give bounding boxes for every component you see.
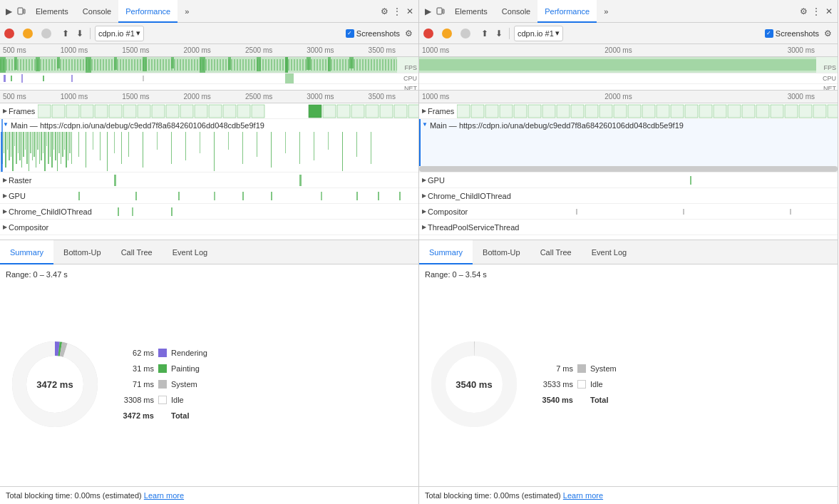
settings-icon-right[interactable]: ⚙ [798, 6, 809, 17]
download-icon-left[interactable]: ⬇ [74, 28, 86, 39]
tab-bottomup-left[interactable]: Bottom-Up [53, 240, 111, 264]
svg-rect-76 [44, 132, 46, 171]
cursor-icon-right[interactable]: ▶ [422, 6, 433, 17]
tab-eventlog-right[interactable]: Event Log [582, 240, 637, 264]
main-scrollbar-thumb-right[interactable] [419, 166, 838, 172]
ruler2-left-1: 1000 ms [61, 93, 88, 101]
svg-rect-134 [118, 207, 119, 216]
ruler-left-0: 500 ms [3, 46, 26, 54]
right-tab-list: Elements Console Performance » [448, 0, 615, 22]
right-bottom-tabs: Summary Bottom-Up Call Tree Event Log [419, 240, 838, 264]
tab-performance-left[interactable]: Performance [118, 0, 177, 23]
screenshot-settings-right[interactable]: ⚙ [822, 28, 833, 39]
svg-rect-84 [58, 132, 60, 153]
svg-rect-171 [799, 105, 812, 118]
net-label-right: NET [823, 85, 836, 91]
svg-rect-158 [614, 105, 627, 118]
legend-row-system: 71 ms System [118, 376, 410, 392]
tab-more-left[interactable]: » [177, 0, 196, 23]
menu-icon-right[interactable]: ⋮ [810, 6, 822, 17]
right-tracks-container[interactable]: 1000 ms 2000 ms 3000 ms ▶ Frames [419, 91, 838, 240]
ruler2-right-0: 1000 ms [422, 93, 449, 101]
upload-icon-right[interactable]: ⬆ [479, 28, 490, 39]
svg-rect-157 [599, 105, 612, 118]
tab-bottomup-right[interactable]: Bottom-Up [473, 240, 530, 264]
tab-summary-right[interactable]: Summary [419, 240, 473, 264]
settings-icon-left[interactable]: ⚙ [379, 6, 390, 17]
target-selector-right[interactable]: cdpn.io #1 ▾ [514, 26, 563, 41]
svg-rect-77 [46, 132, 47, 146]
stop-button-right[interactable] [460, 29, 470, 38]
screenshot-settings-left[interactable]: ⚙ [403, 28, 414, 39]
left-footer-link[interactable]: Learn more [144, 491, 184, 500]
svg-rect-153 [542, 105, 555, 118]
screenshot-label-right: Screenshots [776, 29, 819, 38]
svg-rect-154 [557, 105, 570, 118]
svg-rect-90 [69, 132, 71, 153]
svg-rect-56 [9, 132, 10, 160]
target-arrow-left: ▾ [136, 29, 140, 38]
reload-button-right[interactable] [442, 29, 452, 38]
close-icon-left[interactable]: ✕ [404, 6, 416, 17]
svg-rect-55 [7, 132, 8, 150]
upload-icon-left[interactable]: ⬆ [60, 28, 71, 39]
tab-eventlog-left[interactable]: Event Log [163, 240, 218, 264]
screenshot-checkbox-right[interactable]: ✓ [765, 29, 773, 38]
cursor-icon[interactable]: ▶ [3, 6, 14, 17]
tab-elements-right[interactable]: Elements [448, 0, 495, 23]
svg-rect-93 [86, 132, 86, 168]
svg-rect-128 [356, 192, 358, 200]
right-footer-link[interactable]: Learn more [563, 491, 603, 500]
svg-rect-9 [86, 57, 91, 73]
svg-rect-54 [5, 132, 6, 168]
device-icon-right[interactable] [435, 6, 446, 17]
close-icon-right[interactable]: ✕ [823, 6, 835, 17]
record-button-left[interactable] [4, 29, 14, 38]
tab-elements-left[interactable]: Elements [29, 0, 76, 23]
left-bottom-tabs: Summary Bottom-Up Call Tree Event Log [0, 240, 418, 264]
svg-rect-42 [237, 105, 250, 118]
svg-rect-99 [128, 132, 129, 157]
left-tracks-container[interactable]: 500 ms 1000 ms 1500 ms 2000 ms 2500 ms 3… [0, 91, 418, 240]
stop-button-left[interactable] [41, 29, 51, 38]
right-summary-panel: Range: 0 – 3.54 s 3540 ms 7 ms [419, 264, 838, 504]
tab-more-right[interactable]: » [597, 0, 615, 23]
screenshot-checkbox-left[interactable]: ✓ [346, 29, 354, 38]
ruler2-left-5: 3000 ms [307, 93, 334, 101]
main-chart-left [0, 132, 418, 173]
svg-rect-143 [443, 9, 444, 14]
device-icon[interactable] [16, 6, 27, 17]
compositor-triangle-left: ▶ [3, 224, 7, 230]
target-selector-left[interactable]: cdpn.io #1 ▾ [95, 26, 144, 41]
ruler2-left-2: 1500 ms [122, 93, 149, 101]
tab-calltree-left[interactable]: Call Tree [111, 240, 163, 264]
tab-console-left[interactable]: Console [76, 0, 118, 23]
svg-rect-14 [228, 57, 231, 70]
record-button-right[interactable] [423, 29, 433, 38]
svg-rect-62 [19, 132, 21, 160]
reload-button-left[interactable] [23, 29, 33, 38]
svg-rect-176 [576, 209, 577, 215]
menu-icon-left[interactable]: ⋮ [391, 6, 403, 17]
raster-triangle-left: ▶ [3, 177, 7, 183]
tab-summary-left[interactable]: Summary [0, 240, 53, 264]
main-scrollbar-right[interactable] [419, 166, 838, 172]
svg-rect-145 [419, 59, 816, 71]
tab-performance-right[interactable]: Performance [537, 0, 597, 23]
svg-rect-89 [68, 132, 68, 160]
cpu-label-left: CPU [403, 75, 417, 82]
screenshot-toggle-left[interactable]: ✓ Screenshots [346, 29, 400, 38]
svg-rect-103 [185, 132, 186, 160]
gpu-label-left: GPU [9, 192, 26, 200]
svg-rect-24 [43, 76, 44, 81]
main-triangle-right: ▼ [422, 121, 428, 128]
legend-row-idle: 3308 ms Idle [118, 392, 410, 408]
screenshot-toggle-right[interactable]: ✓ Screenshots [765, 29, 819, 38]
download-icon-right[interactable]: ⬇ [493, 28, 505, 39]
childio-label-right: Chrome_ChildIOThread [428, 192, 511, 200]
ruler2-left-6: 3500 ms [369, 93, 396, 101]
svg-rect-121 [78, 192, 80, 200]
svg-rect-147 [457, 105, 470, 118]
tab-calltree-right[interactable]: Call Tree [530, 240, 582, 264]
tab-console-right[interactable]: Console [495, 0, 537, 23]
